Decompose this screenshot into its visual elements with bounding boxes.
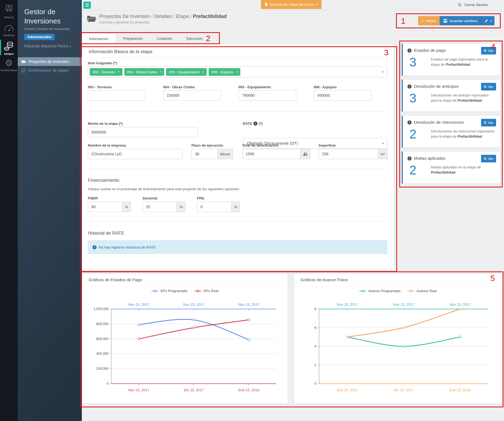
svg-text:8: 8 — [314, 307, 316, 311]
legend-item[interactable]: Avance Programado — [359, 289, 400, 293]
item-field-input-equipos[interactable] — [314, 90, 371, 101]
selected-tag[interactable]: 006 - Equipos× — [209, 68, 240, 76]
remove-tag-icon[interactable]: × — [118, 70, 120, 74]
legend-item[interactable]: EPs Real — [194, 289, 218, 293]
avance-fisico-chart-panel: Gráficos de Avance Fisico Avance Program… — [294, 273, 502, 404]
guardar-cambios-button[interactable]: Guardar cambios — [440, 16, 482, 25]
copy-icon: ⧉ — [484, 120, 486, 125]
breadcrumb-item[interactable]: Etapa — [176, 14, 189, 19]
info-icon: i — [407, 84, 412, 89]
plazo-group: Meses — [191, 149, 233, 159]
volver-button[interactable]: ‹ Volver — [418, 16, 440, 25]
gauge-icon — [0, 23, 18, 33]
sidebar-item-proyectos[interactable]: Proyectos de Inversion — [18, 57, 82, 66]
card-title: i Multas aplicadas — [407, 156, 445, 161]
card-count: 3 — [409, 55, 416, 69]
plazo-input[interactable] — [191, 149, 218, 159]
chevron-down-icon: ▾ — [490, 19, 492, 22]
tools-dropdown-button[interactable]: ▾ — [481, 16, 494, 25]
sidebar-item-confirmacion[interactable]: Confirmacion de pagos — [18, 66, 82, 75]
selected-tag[interactable]: 004 - Obras Civiles× — [124, 68, 164, 76]
sign-out-icon — [458, 3, 462, 7]
plazo-label: Plazo de ejecución — [191, 143, 223, 147]
sidebar-toggle-button[interactable] — [83, 2, 91, 9]
beneficiarios-input[interactable] — [242, 149, 301, 159]
ver-button[interactable]: ⧉Ver — [481, 119, 496, 126]
svg-text:Ene 23, 2018: Ene 23, 2018 — [449, 388, 470, 392]
remove-tag-icon[interactable]: × — [202, 70, 204, 74]
tab-informacion[interactable]: Información — [82, 33, 116, 44]
svg-text:0: 0 — [314, 382, 316, 386]
tab-preparacion[interactable]: Preparación — [116, 33, 150, 44]
tab-ejecucion[interactable]: Ejecución — [179, 33, 210, 44]
historial-empty-alert: i No hay registrso historicos de RATE — [88, 240, 387, 254]
empresa-input[interactable] — [88, 149, 182, 159]
legend-item[interactable]: Avance Real — [407, 289, 436, 293]
logout-button[interactable]: Cerrar Sesión — [458, 3, 488, 7]
item-field-input-terrenos[interactable] — [88, 90, 146, 101]
rail-item-sistema-base[interactable]: ⚙ Sistema Base — [0, 58, 18, 72]
chevron-down-icon: ▾ — [316, 3, 318, 6]
page-subtitle: Controla y gestiona los proyectos — [99, 20, 227, 24]
app-title: Gestor de Inversiones — [24, 7, 61, 26]
legend-item[interactable]: EPs Programado — [151, 289, 187, 293]
chart-legend: Avance ProgramadoAvance Real — [294, 289, 502, 293]
svg-text:Nov 23, 2017: Nov 23, 2017 — [337, 302, 358, 307]
svg-text:200,000: 200,000 — [96, 367, 109, 371]
monto-label: Monto de la etapa (*) — [88, 122, 122, 126]
item-field-label: 006 - Equipos — [314, 85, 337, 89]
card-title: i Devolución de retenciones — [407, 120, 464, 125]
item-field-label: 003 - Terrenos — [88, 85, 112, 89]
remove-tag-icon[interactable]: × — [160, 70, 161, 74]
sectorial-group: % — [142, 202, 185, 212]
card-devolucion-anticipos: i Devolución de anticipos ⧉Ver 3 Devoluc… — [402, 80, 500, 112]
item-field-input-equipamiento[interactable] — [238, 90, 296, 101]
annotation-label-5: 5 — [490, 274, 495, 283]
selected-tag[interactable]: 005 - Equipamiento× — [166, 68, 207, 76]
role-badge: Administrador — [24, 34, 55, 40]
location-selector-button[interactable]: Servicio de Salud de Aysen ▾ — [261, 0, 322, 9]
remove-tag-icon[interactable]: × — [236, 70, 238, 74]
card-description: Estados de pago ingresados para la etapa… — [431, 57, 496, 67]
superficie-input[interactable] — [319, 149, 378, 159]
chevron-down-icon: ▾ — [382, 70, 383, 74]
card-title: i Estados de pago — [407, 48, 446, 53]
card-description: Devoluciones de retenciones ingresados p… — [431, 129, 496, 139]
sidebar: Gestor de Inversiones Control y Gestión … — [18, 0, 82, 421]
divider — [88, 169, 387, 169]
fndr-label: FNDR — [88, 196, 98, 200]
fndr-input[interactable] — [88, 202, 122, 212]
item-asignado-multiselect[interactable]: 003 - Terrenos× 004 - Obras Civiles× 005… — [88, 66, 387, 77]
info-icon: i — [407, 156, 412, 160]
item-field-label: 004 - Obras Civiles — [163, 85, 195, 89]
user-menu[interactable]: Eduardo Mauricio Perez ▾ — [24, 44, 71, 48]
financiamiento-title: Financiamiento — [88, 178, 119, 183]
sidebar-item-label: Proyectos de Inversion — [29, 59, 69, 64]
plazo-unit: Meses — [218, 149, 233, 159]
breadcrumb-item[interactable]: Proyectos De Inversion — [99, 14, 150, 19]
monto-input[interactable] — [88, 127, 198, 137]
beneficiarios-label: Total de beneficiarios — [242, 143, 278, 147]
item-field-input-obras[interactable] — [163, 90, 221, 101]
save-icon — [443, 19, 447, 23]
ver-button[interactable]: ⧉Ver — [481, 83, 496, 90]
tab-licitacion[interactable]: Licitación — [150, 33, 179, 44]
estados-pago-chart-panel: Gráficos de Estados de Pago EPs Programa… — [82, 273, 288, 404]
divider — [89, 58, 387, 58]
sectorial-unit: % — [177, 202, 185, 212]
svg-text:2: 2 — [314, 363, 316, 367]
breadcrumb-item[interactable]: Detalles — [154, 14, 172, 19]
rail-item-gescid[interactable]: GEScid — [0, 4, 18, 19]
rail-item-gespro[interactable]: GESpro — [0, 41, 18, 55]
item-asignado-label: Item Asignado (*) — [88, 61, 117, 65]
svg-text:Nov 23, 2017: Nov 23, 2017 — [393, 302, 414, 307]
rail-item-gesflota[interactable]: GESflota — [0, 23, 18, 37]
item-field-label: 005 - Equipamiento — [238, 85, 271, 89]
card-estados-de-pago: i Estados de pago ⧉Ver 3 Estados de pago… — [402, 44, 500, 76]
selected-tag[interactable]: 003 - Terrenos× — [90, 68, 122, 76]
fril-input[interactable] — [197, 202, 232, 212]
breadcrumb-separator: / — [151, 14, 153, 19]
ver-button[interactable]: ⧉Ver — [481, 155, 496, 162]
sectorial-input[interactable] — [142, 202, 177, 212]
svg-text:600,000: 600,000 — [96, 337, 109, 341]
